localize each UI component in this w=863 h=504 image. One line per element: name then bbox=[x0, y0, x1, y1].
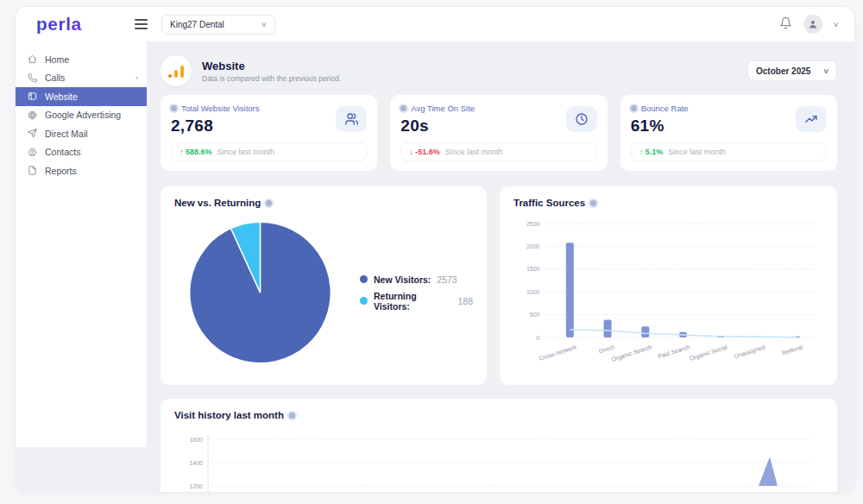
sidebar-item-contacts[interactable]: Contacts bbox=[16, 143, 147, 162]
svg-text:500: 500 bbox=[530, 312, 540, 318]
sidebar-item-label: Website bbox=[45, 91, 138, 102]
avatar[interactable] bbox=[803, 15, 822, 34]
svg-text:2500: 2500 bbox=[526, 221, 540, 227]
legend-label: New Visitors: bbox=[374, 274, 431, 285]
period-selector-value: October 2025 bbox=[756, 66, 810, 76]
stat-card-avg-time: Avg Time On Site 20s ↓ -51.6% Since last… bbox=[390, 95, 607, 171]
reports-icon bbox=[28, 166, 37, 175]
svg-text:1600: 1600 bbox=[189, 437, 203, 443]
main-content: Website Data is compared with the previo… bbox=[147, 41, 854, 492]
delta-note: Since last month bbox=[445, 148, 503, 156]
page-title: Website bbox=[202, 60, 341, 72]
stat-card-bounce-rate: Bounce Rate 61% ↑ 5.1% Since last month bbox=[620, 95, 837, 171]
sidebar-item-label: Calls bbox=[45, 72, 128, 83]
ads-icon bbox=[28, 110, 37, 120]
perla-logo: perla bbox=[22, 14, 128, 35]
legend-item: New Visitors:2573 bbox=[360, 274, 473, 285]
svg-text:Cross-network: Cross-network bbox=[539, 343, 578, 362]
svg-text:Direct: Direct bbox=[598, 343, 615, 354]
legend-item: Returning Visitors:188 bbox=[360, 291, 473, 312]
new-vs-returning-pie[interactable] bbox=[186, 217, 334, 369]
delta-box: ↓ -51.6% Since last month bbox=[400, 142, 596, 161]
phone-icon bbox=[28, 73, 37, 83]
sidebar: Home Calls › Website Google Advertising … bbox=[16, 41, 147, 447]
chevron-down-icon: ∨ bbox=[822, 67, 829, 75]
sidebar-item-label: Google Advertising bbox=[45, 110, 138, 120]
bar-chart-title: Traffic Sources bbox=[513, 198, 585, 208]
stats-row: Total Website Visitors 2,768 ↑ 588.6% Si… bbox=[161, 95, 837, 171]
info-icon bbox=[631, 105, 637, 111]
window-icon bbox=[28, 91, 37, 101]
legend-value: 2573 bbox=[437, 274, 457, 285]
topbar: perla King27 Dental ∨ ∨ bbox=[16, 7, 854, 41]
sidebar-item-google-advertising[interactable]: Google Advertising bbox=[16, 106, 147, 125]
bell-icon[interactable] bbox=[779, 16, 792, 33]
contacts-icon bbox=[28, 148, 37, 157]
sidebar-item-home[interactable]: Home bbox=[16, 50, 147, 69]
info-icon bbox=[400, 105, 406, 111]
stat-label: Avg Time On Site bbox=[411, 104, 475, 113]
delta-value: ↓ -51.6% bbox=[409, 148, 440, 156]
legend-label: Returning Visitors: bbox=[374, 291, 451, 312]
info-icon bbox=[590, 200, 596, 206]
page-subtitle: Data is compared with the previous perio… bbox=[202, 74, 341, 83]
sidebar-item-direct-mail[interactable]: Direct Mail bbox=[16, 124, 147, 143]
svg-text:Referral: Referral bbox=[781, 343, 803, 356]
svg-text:1400: 1400 bbox=[189, 460, 203, 466]
stat-label: Total Website Visitors bbox=[181, 104, 259, 113]
info-icon bbox=[171, 105, 177, 111]
visit-history-title: Visit history last month bbox=[174, 410, 284, 420]
sidebar-item-reports[interactable]: Reports bbox=[16, 161, 147, 180]
practice-selector[interactable]: King27 Dental ∨ bbox=[161, 15, 275, 35]
visit-history-area-chart[interactable]: 160014001200 bbox=[174, 427, 823, 492]
chevron-right-icon: › bbox=[135, 73, 138, 82]
legend-dot bbox=[360, 275, 368, 283]
sidebar-item-label: Home bbox=[45, 54, 138, 65]
visit-history-card: Visit history last month 160014001200 bbox=[161, 399, 837, 492]
sidebar-item-label: Direct Mail bbox=[45, 129, 138, 139]
pie-chart-card: New vs. Returning New Visitors:2573Retur… bbox=[161, 186, 487, 385]
stat-label: Bounce Rate bbox=[641, 104, 689, 113]
home-icon bbox=[28, 54, 37, 64]
caret-down-icon[interactable]: ∨ bbox=[833, 21, 840, 28]
svg-text:1200: 1200 bbox=[189, 483, 203, 489]
svg-text:Paid Search: Paid Search bbox=[657, 343, 690, 359]
trend-up-icon bbox=[796, 106, 827, 132]
svg-text:Unassigned: Unassigned bbox=[734, 343, 766, 360]
sidebar-item-label: Reports bbox=[45, 166, 138, 176]
svg-text:0: 0 bbox=[537, 335, 540, 341]
svg-text:2000: 2000 bbox=[526, 243, 540, 249]
section-header: Website Data is compared with the previo… bbox=[161, 52, 837, 90]
hamburger-menu-icon[interactable] bbox=[135, 19, 148, 28]
sidebar-item-label: Contacts bbox=[45, 147, 138, 157]
legend-value: 188 bbox=[457, 296, 473, 306]
analytics-icon bbox=[161, 55, 192, 86]
app-window: perla King27 Dental ∨ ∨ Home C bbox=[16, 7, 854, 492]
practice-selector-value: King27 Dental bbox=[170, 20, 224, 29]
delta-note: Since last month bbox=[217, 148, 275, 156]
svg-text:Organic Social: Organic Social bbox=[689, 343, 728, 362]
sidebar-item-website[interactable]: Website bbox=[16, 87, 147, 106]
svg-text:1000: 1000 bbox=[526, 289, 540, 295]
delta-note: Since last month bbox=[668, 148, 726, 156]
bar-chart-card: Traffic Sources 05001000150020002500Cros… bbox=[500, 186, 837, 385]
svg-text:Organic Search: Organic Search bbox=[611, 343, 653, 363]
delta-value: ↑ 5.1% bbox=[639, 148, 664, 156]
send-icon bbox=[28, 129, 37, 138]
app-body: Home Calls › Website Google Advertising … bbox=[16, 41, 854, 492]
users-icon bbox=[336, 106, 367, 132]
svg-text:1500: 1500 bbox=[526, 266, 540, 272]
info-icon bbox=[266, 200, 272, 206]
clock-icon bbox=[566, 106, 597, 132]
legend-dot bbox=[360, 297, 368, 305]
period-selector[interactable]: October 2025 ∨ bbox=[747, 60, 837, 81]
sidebar-item-calls[interactable]: Calls › bbox=[16, 69, 147, 88]
stat-card-total-visitors: Total Website Visitors 2,768 ↑ 588.6% Si… bbox=[161, 95, 377, 171]
pie-legend: New Visitors:2573Returning Visitors:188 bbox=[360, 274, 473, 312]
info-icon bbox=[289, 413, 295, 419]
delta-box: ↑ 5.1% Since last month bbox=[631, 142, 827, 161]
delta-value: ↑ 588.6% bbox=[180, 148, 212, 156]
pie-chart-title: New vs. Returning bbox=[174, 198, 261, 208]
delta-box: ↑ 588.6% Since last month bbox=[171, 142, 367, 161]
traffic-sources-bar-chart[interactable]: 05001000150020002500Cross-networkDirectO… bbox=[513, 215, 823, 372]
